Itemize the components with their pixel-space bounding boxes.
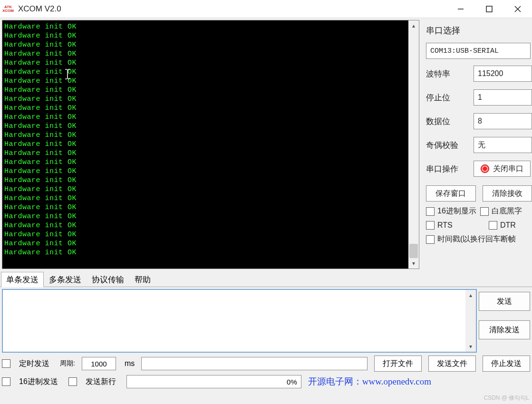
- stop-send-button[interactable]: 停止发送: [483, 356, 530, 372]
- portop-label: 串口操作: [426, 164, 464, 174]
- terminal-output[interactable]: Hardware init OK Hardware init OK Hardwa…: [2, 20, 408, 269]
- minimize-button[interactable]: [446, 0, 475, 18]
- stopbits-value: 1: [478, 93, 482, 102]
- port-select-value: COM13:USB-SERIAL: [430, 47, 499, 55]
- tab-help[interactable]: 帮助: [129, 272, 156, 287]
- side-panel: 串口选择 COM13:USB-SERIAL 波特率 115200 停止位 1 数…: [419, 20, 532, 270]
- send-newline-label: 发送新行: [86, 377, 116, 387]
- timestamp-label: 时间戳(以换行回车断帧: [437, 234, 516, 244]
- period-input[interactable]: 1000: [82, 357, 116, 370]
- footer-row-1: 定时发送 周期: 1000 ms 打开文件 发送文件 停止发送: [0, 355, 532, 373]
- timed-send-checkbox[interactable]: [2, 359, 10, 368]
- stopbits-label: 停止位: [426, 92, 464, 103]
- save-window-button[interactable]: 保存窗口: [426, 185, 476, 202]
- parity-select[interactable]: 无: [474, 137, 532, 153]
- period-unit: ms: [125, 359, 135, 368]
- titlebar: ATK XCOM XCOM V2.0: [0, 0, 532, 18]
- port-select-label: 串口选择: [426, 25, 532, 36]
- databits-value: 8: [478, 117, 482, 125]
- maximize-button[interactable]: [475, 0, 503, 18]
- minimize-icon: [457, 6, 464, 12]
- stopbits-select[interactable]: 1: [474, 89, 532, 106]
- close-button[interactable]: [503, 0, 532, 18]
- record-icon: [481, 164, 489, 173]
- send-newline-checkbox[interactable]: [68, 377, 77, 386]
- send-file-button[interactable]: 发送文件: [428, 356, 476, 372]
- footer-row-2: 16进制发送 发送新行 0% 开源电子网：www.openedv.com: [0, 373, 532, 391]
- parity-value: 无: [478, 140, 485, 150]
- send-area: ▴ ▾ 发送 清除发送: [0, 287, 532, 355]
- timed-send-label: 定时发送: [19, 359, 49, 369]
- send-textarea[interactable]: [3, 290, 465, 352]
- send-tabs: 单条发送 多条发送 协议传输 帮助: [0, 272, 532, 287]
- open-file-button[interactable]: 打开文件: [374, 356, 422, 372]
- period-label: 周期:: [60, 359, 75, 368]
- port-select[interactable]: COM13:USB-SERIAL: [426, 43, 531, 59]
- parity-label: 奇偶校验: [426, 140, 464, 151]
- terminal-scrollbar[interactable]: ▴ ▾: [408, 20, 419, 269]
- dtr-checkbox[interactable]: [489, 221, 497, 230]
- bw-display-checkbox[interactable]: [480, 207, 489, 216]
- tab-protocol[interactable]: 协议传输: [87, 272, 129, 287]
- maximize-icon: [486, 6, 493, 12]
- terminal-wrap: Hardware init OK Hardware init OK Hardwa…: [2, 20, 419, 269]
- hex-send-checkbox[interactable]: [2, 377, 10, 386]
- clear-send-button[interactable]: 清除发送: [479, 320, 530, 339]
- databits-label: 数据位: [426, 116, 464, 127]
- dtr-label: DTR: [500, 221, 516, 230]
- close-port-label: 关闭串口: [493, 164, 523, 174]
- baud-label: 波特率: [426, 68, 464, 79]
- send-button[interactable]: 发送: [479, 292, 530, 311]
- window-title: XCOM V2.0: [18, 4, 61, 14]
- rts-checkbox[interactable]: [426, 221, 435, 230]
- send-scrollbar[interactable]: ▴ ▾: [465, 290, 476, 352]
- hex-display-label: 16进制显示: [437, 206, 476, 216]
- main-content: Hardware init OK Hardware init OK Hardwa…: [0, 18, 532, 270]
- scroll-up-icon[interactable]: ▴: [465, 290, 476, 300]
- send-buttons: 发送 清除发送: [479, 289, 530, 353]
- scroll-up-icon[interactable]: ▴: [408, 20, 419, 31]
- tab-multi-send[interactable]: 多条发送: [44, 272, 87, 287]
- send-textbox-wrap: ▴ ▾: [2, 289, 477, 353]
- file-path-input[interactable]: [141, 357, 368, 370]
- scroll-down-icon[interactable]: ▾: [408, 258, 419, 269]
- rts-label: RTS: [437, 221, 485, 230]
- tab-single-send[interactable]: 单条发送: [1, 272, 44, 287]
- databits-select[interactable]: 8: [474, 113, 532, 129]
- app-icon: ATK XCOM: [3, 4, 13, 14]
- scroll-down-icon[interactable]: ▾: [465, 341, 476, 352]
- scroll-thumb[interactable]: [409, 244, 418, 258]
- hex-display-checkbox[interactable]: [426, 207, 435, 216]
- close-icon: [514, 5, 522, 13]
- timestamp-checkbox[interactable]: [426, 235, 435, 244]
- progress-bar: 0%: [126, 375, 301, 388]
- footer-link[interactable]: 开源电子网：www.openedv.com: [308, 375, 431, 388]
- clear-receive-button[interactable]: 清除接收: [483, 185, 532, 202]
- baud-select[interactable]: 115200: [474, 66, 532, 82]
- bw-display-label: 白底黑字: [492, 206, 522, 216]
- hex-send-label: 16进制发送: [19, 377, 58, 387]
- watermark: CSDN @ 修勾勾L: [484, 394, 529, 402]
- baud-value: 115200: [478, 69, 503, 78]
- progress-value: 0%: [287, 378, 297, 386]
- svg-rect-1: [486, 6, 492, 12]
- close-port-button[interactable]: 关闭串口: [474, 161, 531, 177]
